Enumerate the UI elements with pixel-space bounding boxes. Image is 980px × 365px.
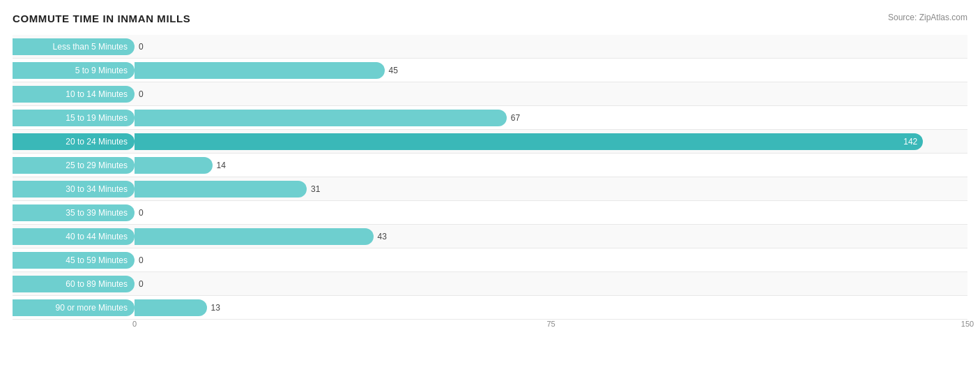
bar-row: 10 to 14 Minutes0 (13, 82, 967, 106)
bar-track: 45 (135, 59, 967, 82)
bar-value: 0 (139, 279, 144, 289)
bar-fill (135, 110, 507, 126)
bar-label: 10 to 14 Minutes (13, 86, 135, 103)
bar-label: 5 to 9 Minutes (13, 62, 135, 79)
bar-track: 142 (135, 130, 967, 153)
bar-row: 45 to 59 Minutes0 (13, 248, 967, 272)
bar-row: 35 to 39 Minutes0 (13, 201, 967, 225)
bar-track: 0 (135, 82, 967, 105)
bar-track: 0 (135, 272, 967, 295)
bar-label: 20 to 24 Minutes (13, 133, 135, 150)
chart-header: COMMUTE TIME IN INMAN MILLS Source: ZipA… (13, 13, 967, 29)
bar-row: 40 to 44 Minutes43 (13, 225, 967, 248)
bar-label: 60 to 89 Minutes (13, 276, 135, 292)
source-label: Source: ZipAtlas.com (888, 13, 967, 22)
bar-value: 0 (139, 89, 144, 99)
bar-row: Less than 5 Minutes0 (13, 35, 967, 59)
x-axis-tick: 150 (961, 320, 974, 328)
bar-row: 25 to 29 Minutes14 (13, 154, 967, 177)
bar-label: 45 to 59 Minutes (13, 252, 135, 269)
bar-track: 0 (135, 248, 967, 271)
bar-value: 0 (139, 208, 144, 218)
bar-label: 25 to 29 Minutes (13, 157, 135, 174)
chart-title: COMMUTE TIME IN INMAN MILLS (13, 13, 190, 24)
bar-track: 14 (135, 154, 967, 177)
x-axis-tick: 0 (132, 320, 137, 328)
bar-label: 35 to 39 Minutes (13, 204, 135, 221)
chart-container: COMMUTE TIME IN INMAN MILLS Source: ZipA… (13, 13, 967, 335)
bar-value: 43 (378, 232, 387, 241)
bar-row: 5 to 9 Minutes45 (13, 59, 967, 82)
bar-track: 13 (135, 296, 967, 319)
bar-value: 45 (389, 66, 398, 75)
bar-fill (135, 299, 207, 316)
bar-fill (135, 228, 374, 245)
bar-value: 14 (217, 161, 226, 170)
bar-track: 0 (135, 201, 967, 224)
bar-fill (135, 181, 307, 198)
bar-row: 60 to 89 Minutes0 (13, 272, 967, 296)
bar-value: 0 (139, 42, 144, 52)
bar-row: 15 to 19 Minutes67 (13, 106, 967, 130)
bar-label: Less than 5 Minutes (13, 38, 135, 55)
chart-area: Less than 5 Minutes05 to 9 Minutes4510 t… (13, 35, 967, 320)
bar-label: 15 to 19 Minutes (13, 110, 135, 126)
x-axis-tick: 75 (546, 320, 555, 328)
bar-value: 142 (903, 137, 923, 147)
bar-fill (135, 62, 385, 79)
bar-row: 20 to 24 Minutes142 (13, 130, 967, 154)
bar-track: 43 (135, 225, 967, 248)
bar-track: 67 (135, 106, 967, 129)
bar-value: 31 (311, 184, 320, 194)
x-axis: 075150 (135, 320, 967, 335)
bar-track: 0 (135, 35, 967, 58)
bar-value: 0 (139, 255, 144, 265)
bar-row: 90 or more Minutes13 (13, 296, 967, 320)
bar-label: 90 or more Minutes (13, 299, 135, 316)
bar-fill: 142 (135, 133, 923, 150)
bar-value: 67 (511, 113, 520, 123)
bar-value: 13 (211, 303, 220, 313)
bar-fill (135, 157, 213, 174)
bar-label: 30 to 34 Minutes (13, 181, 135, 198)
bar-row: 30 to 34 Minutes31 (13, 177, 967, 201)
bar-track: 31 (135, 177, 967, 200)
bar-label: 40 to 44 Minutes (13, 228, 135, 245)
